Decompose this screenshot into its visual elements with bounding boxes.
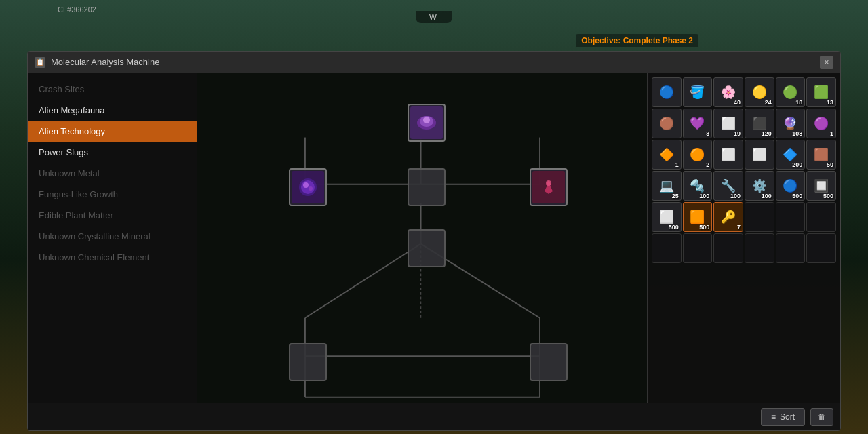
item-icon-7: 🟤 <box>659 117 674 130</box>
inv-slot-3[interactable]: 🌸40 <box>713 77 743 107</box>
inv-slot-2[interactable]: 🪣 <box>683 77 713 107</box>
content-area <box>197 73 647 403</box>
item-icon-14: 🟠 <box>690 149 705 161</box>
inv-slot-18[interactable]: 🟫50 <box>806 140 836 170</box>
inv-slot-12[interactable]: 🟣1 <box>806 108 836 138</box>
close-button[interactable]: × <box>820 56 833 69</box>
item-icon-26: 🟧 <box>690 211 705 223</box>
item-count-26: 500 <box>699 224 709 231</box>
discard-icon: 🗑 <box>818 412 826 422</box>
item-count-9: 19 <box>734 130 741 137</box>
inv-slot-15[interactable]: ⬜ <box>713 140 743 170</box>
tech-node-mid-right[interactable] <box>530 168 568 206</box>
item-icon-23: 🔵 <box>783 180 797 192</box>
inv-slot-6[interactable]: 🟩13 <box>806 77 836 107</box>
inv-slot-26[interactable]: 🟧500 <box>683 202 713 232</box>
item-count-3: 40 <box>734 99 741 106</box>
inv-slot-1[interactable]: 🔵 <box>652 77 682 107</box>
inv-slot-34 <box>745 233 774 263</box>
sidebar-item-power-slugs[interactable]: Power Slugs <box>28 142 197 163</box>
item-icon-17: 🔷 <box>783 149 797 161</box>
top-hud: CL#366202 W Objective: Complete Phase 2 <box>0 0 868 34</box>
item-count-5: 18 <box>795 99 802 106</box>
tech-node-top-center[interactable] <box>408 104 446 142</box>
sort-label: Sort <box>780 412 795 422</box>
item-icon-6: 🟩 <box>814 86 829 98</box>
sidebar-item-unknown-crystalline-mineral: Unknown Crystalline Mineral <box>28 226 197 247</box>
sort-button[interactable]: ≡ Sort <box>761 408 805 426</box>
window-title: Molecular Analysis Machine <box>51 57 159 67</box>
inv-slot-35 <box>776 233 806 263</box>
inv-slot-9[interactable]: ⬜19 <box>713 108 743 138</box>
inv-slot-30 <box>806 202 836 232</box>
window-titlebar: 📋 Molecular Analysis Machine × <box>28 52 840 73</box>
inv-slot-36 <box>806 233 836 263</box>
inv-slot-32 <box>683 233 713 263</box>
inv-slot-13[interactable]: 🔶1 <box>652 140 682 170</box>
compass: W <box>416 11 452 23</box>
sidebar-item-crash-sites: Crash Sites <box>28 79 197 100</box>
sidebar-item-unknown-chemical-element: Unknown Chemical Element <box>28 247 197 268</box>
inv-slot-8[interactable]: 💜3 <box>683 108 713 138</box>
sidebar-item-unknown-metal: Unknown Metal <box>28 163 197 184</box>
inv-slot-14[interactable]: 🟠2 <box>683 140 713 170</box>
item-icon-15: ⬜ <box>721 149 736 161</box>
item-icon-2: 🪣 <box>690 86 705 98</box>
item-icon-18: 🟫 <box>814 149 829 161</box>
item-icon-10: ⬛ <box>752 117 767 130</box>
inv-slot-20[interactable]: 🔩100 <box>683 171 713 201</box>
item-icon-20: 🔩 <box>690 180 705 192</box>
inv-slot-19[interactable]: 💻25 <box>652 171 682 201</box>
inv-slot-22[interactable]: ⚙️100 <box>745 171 774 201</box>
item-icon-3: 🌸 <box>721 86 736 98</box>
item-count-4: 24 <box>765 99 772 106</box>
inv-slot-7[interactable]: 🟤 <box>652 108 682 138</box>
inv-slot-4[interactable]: 🟡24 <box>745 77 774 107</box>
inv-slot-33 <box>713 233 743 263</box>
sidebar-item-alien-megafauna[interactable]: Alien Megafauna <box>28 100 197 121</box>
item-icon-1: 🔵 <box>659 86 674 98</box>
item-count-11: 108 <box>792 130 802 137</box>
item-count-21: 100 <box>730 193 741 199</box>
discard-button[interactable]: 🗑 <box>810 408 833 426</box>
item-count-6: 13 <box>827 99 833 106</box>
sidebar-item-alien-technology[interactable]: Alien Technology <box>28 121 197 142</box>
tech-node-bottom-left[interactable] <box>289 343 327 381</box>
item-count-27: 7 <box>737 224 741 231</box>
sidebar: Crash SitesAlien MegafaunaAlien Technolo… <box>28 73 197 403</box>
item-icon-13: 🔶 <box>659 149 674 161</box>
bottom-bar: ≡ Sort 🗑 <box>28 403 840 430</box>
item-count-24: 500 <box>823 193 833 199</box>
inv-slot-16[interactable]: ⬜ <box>745 140 774 170</box>
item-icon-11: 🔮 <box>783 117 797 130</box>
tech-node-bottom-right[interactable] <box>530 343 568 381</box>
tech-node-mid-left[interactable] <box>289 168 327 206</box>
inv-slot-17[interactable]: 🔷200 <box>776 140 806 170</box>
sidebar-item-fungus-like-growth: Fungus-Like Growth <box>28 184 197 205</box>
svg-point-19 <box>301 180 315 194</box>
inv-slot-5[interactable]: 🟢18 <box>776 77 806 107</box>
item-icon-16: ⬜ <box>752 149 767 161</box>
svg-point-21 <box>309 186 313 191</box>
svg-point-22 <box>546 180 551 186</box>
inv-slot-23[interactable]: 🔵500 <box>776 171 806 201</box>
tech-node-lower-center[interactable] <box>408 229 446 267</box>
sidebar-item-edible-plant-matter: Edible Plant Matter <box>28 205 197 226</box>
inv-slot-25[interactable]: ⬜500 <box>652 202 682 232</box>
inv-slot-21[interactable]: 🔧100 <box>713 171 743 201</box>
inv-slot-27[interactable]: 🔑7 <box>713 202 743 232</box>
inv-slot-31 <box>652 233 682 263</box>
item-icon-4: 🟡 <box>752 86 767 98</box>
inv-slot-11[interactable]: 🔮108 <box>776 108 806 138</box>
window-title-area: 📋 Molecular Analysis Machine <box>35 57 159 68</box>
inv-slot-24[interactable]: 🔲500 <box>806 171 836 201</box>
item-count-12: 1 <box>830 130 833 137</box>
inv-slot-10[interactable]: ⬛120 <box>745 108 774 138</box>
item-icon-19: 💻 <box>659 180 674 192</box>
tech-node-mid-center[interactable] <box>408 168 446 206</box>
item-icon-8: 💜 <box>690 117 705 130</box>
inv-slot-28 <box>745 202 774 232</box>
item-icon-25: ⬜ <box>659 211 674 223</box>
inventory-panel: 🔵🪣🌸40🟡24🟢18🟩13🟤💜3⬜19⬛120🔮108🟣1🔶1🟠2⬜⬜🔷200… <box>647 73 840 403</box>
item-icon-9: ⬜ <box>721 117 736 130</box>
